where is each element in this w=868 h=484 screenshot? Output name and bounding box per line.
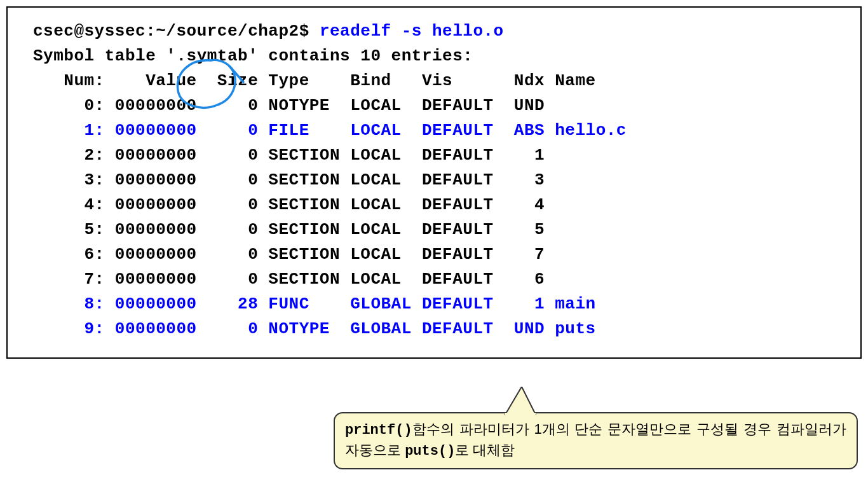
table-row: 8: 00000000 28 FUNC GLOBAL DEFAULT 1 mai… [33,292,835,317]
column-header: Num: Value Size Type Bind Vis Ndx Name [33,69,835,93]
table-row: 9: 00000000 0 NOTYPE GLOBAL DEFAULT UND … [33,317,835,342]
callout-pointer-icon [498,387,548,415]
terminal-output-box: csec@syssec:~/source/chap2$ readelf -s h… [6,6,862,359]
prompt: csec@syssec:~/source/chap2$ [33,22,320,41]
table-row: 2: 00000000 0 SECTION LOCAL DEFAULT 1 [33,143,835,168]
table-row: 3: 00000000 0 SECTION LOCAL DEFAULT 3 [33,168,835,193]
callout-box: printf()함수의 파라미터가 1개의 단순 문자열만으로 구성될 경우 컴… [334,412,858,469]
symbol-rows: 0: 00000000 0 NOTYPE LOCAL DEFAULT UND 1… [33,93,835,342]
table-row: 6: 00000000 0 SECTION LOCAL DEFAULT 7 [33,242,835,267]
table-row: 5: 00000000 0 SECTION LOCAL DEFAULT 5 [33,218,835,242]
svg-rect-0 [505,413,536,415]
callout-text-2: 로 대체함 [455,442,515,458]
table-row: 7: 00000000 0 SECTION LOCAL DEFAULT 6 [33,267,835,292]
callout-code-2: puts() [405,443,455,459]
table-row: 1: 00000000 0 FILE LOCAL DEFAULT ABS hel… [33,118,835,143]
prompt-line: csec@syssec:~/source/chap2$ readelf -s h… [33,19,835,44]
callout-code-1: printf() [345,422,412,438]
symbol-table-header: Symbol table '.symtab' contains 10 entri… [33,44,835,69]
table-row: 4: 00000000 0 SECTION LOCAL DEFAULT 4 [33,193,835,218]
command: readelf -s hello.o [320,22,504,41]
table-row: 0: 00000000 0 NOTYPE LOCAL DEFAULT UND [33,93,835,118]
callout-annotation: printf()함수의 파라미터가 1개의 단순 문자열만으로 구성될 경우 컴… [334,412,858,469]
